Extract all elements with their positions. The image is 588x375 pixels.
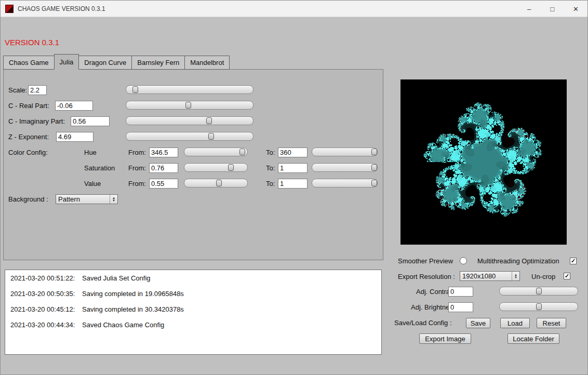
- saturation-from-input[interactable]: [149, 163, 178, 173]
- export-resolution-select[interactable]: 1920x1080 ▲ ▼: [460, 271, 520, 281]
- value-from-slider[interactable]: [184, 179, 248, 188]
- export-image-button[interactable]: Export Image: [419, 333, 471, 344]
- scale-slider-thumb[interactable]: [132, 86, 138, 93]
- multithreading-label: Multithreading Optimization: [477, 256, 559, 266]
- log-timestamp: 2021-03-20 00:50:35:: [10, 290, 82, 298]
- value-to-slider-thumb[interactable]: [371, 180, 377, 186]
- window-controls: – □ ✕: [517, 1, 587, 17]
- c-imag-input[interactable]: [71, 116, 110, 126]
- tab-mandelbrot[interactable]: Mandelbrot: [184, 56, 230, 70]
- saturation-to-input[interactable]: [278, 163, 308, 173]
- value-to-slider[interactable]: [312, 179, 378, 188]
- export-resolution-label: Export Resolution :: [398, 272, 455, 282]
- c-real-slider[interactable]: [126, 101, 253, 110]
- scale-slider[interactable]: [126, 85, 253, 94]
- adj-contrast-slider[interactable]: [499, 287, 578, 296]
- log-message: Saved Chaos Game Config: [82, 321, 164, 329]
- julia-fractal-preview: [400, 79, 567, 245]
- background-selected-value: Pattern: [56, 195, 110, 203]
- log-entry: 2021-03-20 00:44:34: Saved Chaos Game Co…: [10, 321, 164, 329]
- saturation-from-label: From:: [128, 163, 146, 173]
- z-exponent-input[interactable]: [56, 132, 93, 142]
- check-icon: ✓: [565, 273, 569, 279]
- save-button[interactable]: Save: [466, 318, 490, 328]
- value-to-input[interactable]: [278, 179, 308, 189]
- saturation-from-slider[interactable]: [184, 163, 248, 172]
- hue-from-label: From:: [128, 148, 146, 157]
- combo-arrows-icon: ▲ ▼: [110, 195, 117, 204]
- value-label: Value: [84, 179, 101, 189]
- app-icon: [5, 5, 14, 13]
- log-entry: 2021-03-20 00:51:22: Saved Julia Set Con…: [10, 274, 151, 282]
- hue-from-slider-thumb[interactable]: [239, 149, 245, 155]
- value-from-slider-thumb[interactable]: [216, 180, 222, 186]
- tab-julia[interactable]: Julia: [54, 54, 79, 70]
- export-resolution-value: 1920x1080: [460, 272, 512, 280]
- version-label: VERSION 0.3.1: [5, 38, 59, 47]
- saturation-to-slider-thumb[interactable]: [371, 164, 377, 171]
- z-exponent-label: Z - Exponent:: [8, 132, 49, 142]
- value-from-label: From:: [128, 179, 146, 189]
- hue-from-input[interactable]: [149, 148, 178, 157]
- adj-brightness-slider-thumb[interactable]: [536, 303, 542, 310]
- maximize-button[interactable]: □: [541, 1, 564, 17]
- smoother-preview-checkbox[interactable]: [460, 257, 467, 264]
- close-icon: ✕: [573, 5, 579, 13]
- uncrop-checkbox[interactable]: ✓: [564, 273, 570, 279]
- hue-to-slider[interactable]: [312, 148, 378, 156]
- tab-chaos-game[interactable]: Chaos Game: [3, 56, 55, 70]
- c-real-slider-thumb[interactable]: [185, 102, 191, 109]
- log-timestamp: 2021-03-20 00:45:12:: [10, 305, 82, 313]
- load-button[interactable]: Load: [500, 318, 530, 328]
- multithreading-checkbox[interactable]: ✓: [570, 258, 577, 264]
- z-exponent-slider[interactable]: [126, 132, 253, 141]
- scale-label: Scale:: [8, 85, 27, 95]
- c-real-input[interactable]: [55, 101, 93, 111]
- app-window: CHAOS GAME VERSION 0.3.1 – □ ✕ VERSION 0…: [0, 0, 588, 375]
- hue-from-slider[interactable]: [184, 148, 248, 156]
- hue-to-input[interactable]: [278, 148, 308, 157]
- scale-input[interactable]: [28, 85, 47, 95]
- saturation-from-slider-thumb[interactable]: [228, 164, 234, 171]
- adj-contrast-input[interactable]: [448, 287, 473, 297]
- background-select[interactable]: Pattern ▲ ▼: [56, 194, 118, 204]
- adj-brightness-input[interactable]: [448, 302, 473, 312]
- tab-label: Julia: [60, 58, 74, 66]
- c-imag-slider-thumb[interactable]: [206, 117, 212, 124]
- log-entry: 2021-03-20 00:50:35: Saving completed in…: [10, 290, 184, 298]
- value-to-label: To:: [266, 179, 275, 189]
- saturation-to-label: To:: [266, 163, 275, 173]
- tab-dragon-curve[interactable]: Dragon Curve: [78, 56, 132, 70]
- adj-brightness-slider[interactable]: [499, 302, 578, 311]
- smoother-preview-label: Smoother Preview: [398, 256, 453, 266]
- log-timestamp: 2021-03-20 00:44:34:: [10, 321, 82, 329]
- saturation-label: Saturation: [84, 163, 115, 173]
- log-entry: 2021-03-20 00:45:12: Saving completed in…: [10, 305, 184, 313]
- c-imag-slider[interactable]: [126, 116, 253, 125]
- minimize-icon: –: [527, 5, 531, 13]
- tab-label: Mandelbrot: [190, 59, 224, 66]
- uncrop-label: Un-crop: [531, 272, 555, 282]
- hue-label: Hue: [84, 148, 97, 157]
- z-exponent-slider-thumb[interactable]: [208, 133, 214, 140]
- maximize-icon: □: [551, 5, 555, 13]
- locate-folder-button[interactable]: Locate Folder: [507, 333, 559, 344]
- log-message: Saving completed in 19.0965848s: [82, 290, 184, 298]
- reset-button[interactable]: Reset: [537, 318, 566, 328]
- hue-to-slider-thumb[interactable]: [371, 149, 377, 155]
- log-panel[interactable]: 2021-03-20 00:51:22: Saved Julia Set Con…: [5, 270, 382, 355]
- background-label: Background :: [8, 194, 48, 204]
- tab-label: Barnsley Fern: [137, 59, 179, 66]
- c-imag-label: C - Imaginary Part:: [8, 116, 65, 126]
- combo-arrow-down-icon: ▼: [112, 199, 115, 202]
- minimize-button[interactable]: –: [517, 1, 541, 17]
- save-load-config-label: Save/Load Config :: [394, 318, 452, 328]
- combo-arrow-down-icon: ▼: [514, 276, 517, 279]
- tab-barnsley-fern[interactable]: Barnsley Fern: [131, 56, 185, 70]
- value-from-input[interactable]: [149, 179, 178, 189]
- titlebar[interactable]: CHAOS GAME VERSION 0.3.1 – □ ✕: [1, 1, 587, 17]
- combo-arrows-icon: ▲ ▼: [512, 272, 519, 280]
- close-button[interactable]: ✕: [564, 1, 587, 17]
- saturation-to-slider[interactable]: [312, 163, 378, 172]
- adj-contrast-slider-thumb[interactable]: [536, 288, 542, 294]
